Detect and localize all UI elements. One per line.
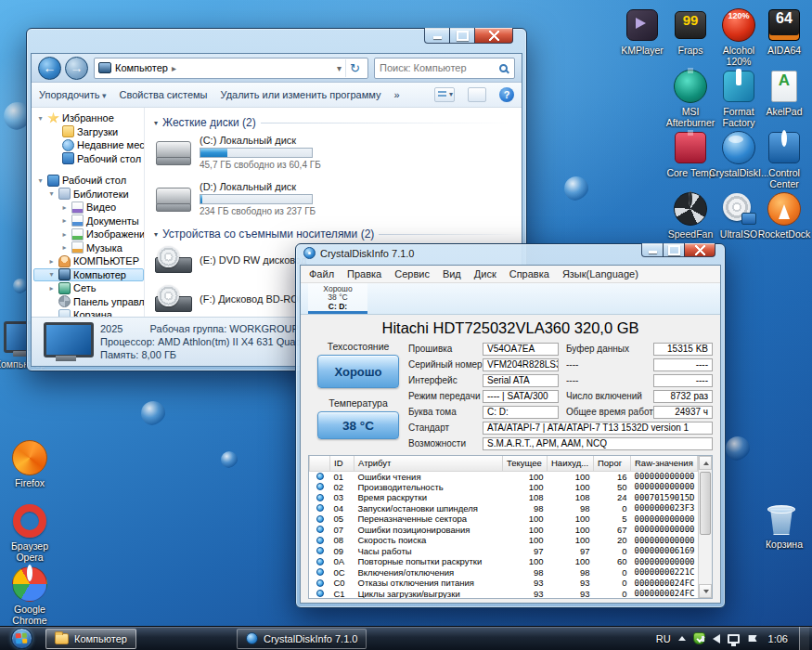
address-dropdown-icon[interactable] <box>337 62 342 73</box>
desktop-icon-akelpad[interactable]: A AkelPad <box>754 69 812 117</box>
language-indicator[interactable]: RU <box>656 633 671 644</box>
toolbar-overflow-button[interactable]: » <box>393 89 399 100</box>
breadcrumb[interactable]: Компьютер <box>115 62 168 73</box>
attr-current: 93 <box>503 578 548 589</box>
minimize-button[interactable] <box>641 243 664 257</box>
menu-item[interactable]: Файл <box>303 268 341 280</box>
refresh-icon[interactable] <box>345 59 364 77</box>
smart-attribute-row[interactable]: 02 Производительность 100 100 50 0000000… <box>310 482 698 493</box>
smart-attribute-row[interactable]: 08 Скорость поиска 100 100 20 0000000000… <box>310 535 698 546</box>
system-properties-button[interactable]: Свойства системы <box>120 89 208 100</box>
menu-item[interactable]: Правка <box>341 268 388 280</box>
change-view-icon[interactable] <box>434 87 455 102</box>
desktop-icon-recycle-bin[interactable]: Корзина <box>754 501 812 550</box>
smart-attribute-row[interactable]: C0 Отказы отключения питания 93 93 0 000… <box>310 578 698 589</box>
scrollbar-thumb[interactable] <box>700 472 711 535</box>
sidebar-item[interactable]: ▾ Библиотеки <box>33 188 144 202</box>
back-button[interactable] <box>38 57 61 80</box>
address-bar[interactable]: Компьютер <box>94 58 368 79</box>
group-header-hard-disks[interactable]: ▾ Жесткие диски (2) <box>154 116 516 129</box>
help-icon[interactable] <box>499 87 514 102</box>
smart-attribute-row[interactable]: 09 Часы работы 97 97 0 000000006169 <box>310 546 698 557</box>
sidebar-item[interactable]: ▸ Документы <box>33 214 144 228</box>
group-collapse-icon[interactable]: ▾ <box>154 230 158 239</box>
sidebar-item[interactable]: Рабочий стол <box>33 152 144 166</box>
search-input[interactable]: Поиск: Компьютер <box>374 58 515 79</box>
show-desktop-button[interactable] <box>799 627 809 650</box>
sidebar-item[interactable]: ▾ Компьютер <box>33 268 144 282</box>
table-scrollbar[interactable] <box>698 456 712 598</box>
network-icon[interactable] <box>728 634 740 644</box>
menu-item[interactable]: Сервис <box>388 268 436 280</box>
scroll-up-icon[interactable] <box>699 456 712 470</box>
smart-attribute-row[interactable]: 0A Повторные попытки раскрутки 100 100 6… <box>310 556 698 567</box>
tree-caret-icon[interactable]: ▾ <box>36 114 45 123</box>
sidebar-item[interactable]: Загрузки <box>33 125 144 139</box>
smart-attribute-row[interactable]: 0C Включения/отключения 98 98 0 00000000… <box>310 567 698 578</box>
drive-d[interactable]: (D:) Локальный диск 234 ГБ свободно из 2… <box>154 181 330 216</box>
sidebar-item[interactable]: Корзина <box>33 308 144 317</box>
tree-caret-icon[interactable]: ▸ <box>60 203 69 212</box>
close-button[interactable] <box>474 28 513 44</box>
maximize-button[interactable] <box>449 28 475 44</box>
close-button[interactable] <box>684 243 715 257</box>
smart-attribute-row[interactable]: C1 Циклы загрузки/выгрузки 93 93 0 00000… <box>310 589 698 600</box>
search-icon[interactable] <box>499 64 508 72</box>
desktop-icon-control-center[interactable]: Control Center <box>754 130 812 189</box>
desktop-icon-aida64[interactable]: 64 AIDA64 <box>754 7 812 56</box>
sidebar-item[interactable]: Недавние места <box>33 138 144 152</box>
menu-item[interactable]: Диск <box>468 268 503 280</box>
volume-icon[interactable] <box>713 634 720 644</box>
organize-button[interactable]: Упорядочить <box>39 89 107 100</box>
desktop-icon-rocketdock[interactable]: RocketDock <box>754 191 812 240</box>
sidebar-item[interactable]: ▾ Рабочий стол <box>33 174 144 188</box>
action-center-flag-icon[interactable] <box>749 635 757 642</box>
start-button[interactable] <box>7 628 35 649</box>
tree-caret-icon[interactable]: ▾ <box>36 176 45 185</box>
group-collapse-icon[interactable]: ▾ <box>154 119 158 127</box>
drive-tab[interactable]: Хорошо 38 °C C: D: <box>308 283 367 315</box>
hidden-icons-chevron-icon[interactable] <box>678 636 686 641</box>
taskbar-button-computer[interactable]: Компьютер <box>45 629 136 649</box>
sidebar-item[interactable]: Панель управления <box>33 295 144 309</box>
smart-attribute-row[interactable]: 01 Ошибки чтения 100 100 16 000000000000 <box>310 471 698 482</box>
tree-caret-icon[interactable]: ▸ <box>47 257 56 266</box>
forward-button[interactable] <box>65 57 88 80</box>
sidebar-item[interactable]: ▾ Избранное <box>33 111 144 125</box>
menu-item[interactable]: Справка <box>503 268 556 280</box>
scroll-down-icon[interactable] <box>699 584 712 598</box>
drive-c[interactable]: (C:) Локальный диск 45,7 ГБ свободно из … <box>154 135 330 170</box>
tree-caret-icon[interactable]: ▾ <box>47 189 56 198</box>
sidebar-item[interactable]: ▸ Изображения <box>33 228 144 241</box>
group-header-removable[interactable]: ▾ Устройства со съемными носителями (2) <box>154 228 516 240</box>
taskbar-clock[interactable]: 1:06 <box>768 633 788 644</box>
tree-caret-icon[interactable]: ▾ <box>47 270 56 279</box>
tree-caret-icon[interactable]: ▸ <box>47 284 56 292</box>
sidebar-item[interactable]: ▸ Сеть <box>33 281 144 295</box>
smart-attribute-row[interactable]: 04 Запуски/остановки шпинделя 98 98 0 00… <box>310 503 698 514</box>
menu-item[interactable]: Вид <box>436 268 468 280</box>
sidebar-item[interactable]: ▸ Видео <box>33 201 144 214</box>
field-value: V54OA7EA <box>483 343 559 356</box>
preview-pane-icon[interactable] <box>468 87 486 102</box>
smart-attribute-row[interactable]: 07 Ошибки позиционирования 100 100 67 00… <box>310 525 698 536</box>
menu-item[interactable]: Язык(Language) <box>556 268 645 280</box>
desktop-icon-firefox[interactable]: Firefox <box>0 440 59 488</box>
sidebar-item[interactable]: ▸ Музыка <box>33 241 144 255</box>
tree-caret-icon[interactable]: ▸ <box>60 230 69 239</box>
uninstall-program-button[interactable]: Удалить или изменить программу <box>221 89 381 100</box>
desktop-icon-opera[interactable]: Браузер Opera <box>0 503 59 563</box>
smart-attribute-row[interactable]: 05 Переназначенные сектора 100 100 5 000… <box>310 514 698 525</box>
maximize-button[interactable] <box>663 243 685 257</box>
smart-attribute-row[interactable]: 03 Время раскрутки 108 108 24 0007015901… <box>310 492 698 503</box>
minimize-button[interactable] <box>424 28 450 44</box>
temperature-button[interactable]: 38 °C <box>317 411 399 439</box>
tree-caret-icon[interactable]: ▸ <box>60 243 69 252</box>
tree-caret-icon[interactable]: ▸ <box>60 216 69 225</box>
breadcrumb-chevron-icon[interactable] <box>172 62 176 73</box>
health-status-button[interactable]: Хорошо <box>317 355 399 388</box>
sidebar-item[interactable]: ▸ КОМПЬЮТЕР <box>33 254 144 268</box>
desktop-icon-chrome[interactable]: Google Chrome <box>0 566 59 626</box>
smart-table-header[interactable]: ID Атрибут Текущее Наихуд... Порог Raw-з… <box>310 456 698 471</box>
taskbar-button-crystaldiskinfo[interactable]: CrystalDiskInfo 7.1.0 <box>237 629 367 649</box>
